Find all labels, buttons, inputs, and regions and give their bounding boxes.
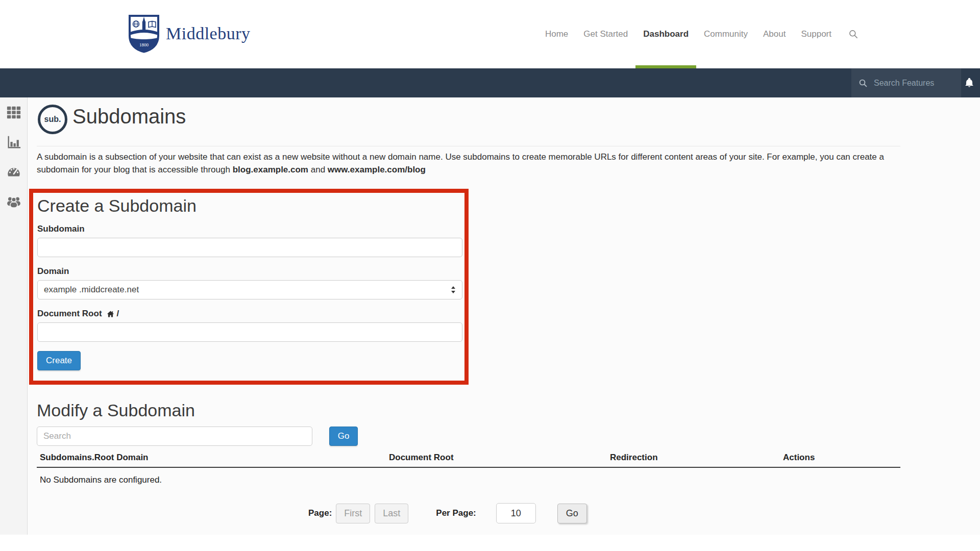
- domain-select[interactable]: example .middcreate.net: [37, 280, 462, 299]
- column-header-redirection: Redirection: [610, 453, 783, 463]
- document-root-input[interactable]: [37, 322, 462, 342]
- users-icon[interactable]: [6, 194, 21, 209]
- header-search-button[interactable]: [839, 0, 864, 68]
- modify-search-input[interactable]: [37, 427, 312, 446]
- description-text: A subdomain is a subsection of your webs…: [37, 152, 884, 174]
- description-example-domain: blog.example.com: [233, 165, 308, 174]
- page-description: A subdomain is a subsection of your webs…: [37, 151, 902, 176]
- nav-item-dashboard[interactable]: Dashboard: [635, 0, 696, 68]
- feature-bar: Search Features: [0, 68, 980, 97]
- nav-item-home[interactable]: Home: [537, 0, 576, 68]
- home-icon: [106, 310, 115, 318]
- domain-label-text: Domain: [37, 266, 69, 277]
- search-icon: [859, 79, 868, 88]
- notifications-bell-icon[interactable]: [964, 77, 975, 88]
- column-header-actions: Actions: [783, 453, 900, 463]
- modify-search-row: Go: [37, 427, 358, 446]
- middlebury-shield-icon: 1800: [128, 14, 160, 53]
- nav-item-community[interactable]: Community: [696, 0, 755, 68]
- badge-text: sub.: [44, 115, 61, 124]
- nav-item-about[interactable]: About: [755, 0, 793, 68]
- per-page-go-button[interactable]: Go: [557, 504, 587, 523]
- subdomains-table-header: Subdomains.Root Domain Document Root Red…: [37, 453, 900, 468]
- sidebar: [0, 97, 28, 535]
- description-example-url: www.example.com/blog: [328, 165, 426, 174]
- page-label: Page:: [308, 508, 332, 518]
- first-page-button[interactable]: First: [336, 504, 370, 523]
- apps-grid-icon[interactable]: [6, 105, 21, 120]
- subdomains-badge-icon: sub.: [38, 105, 67, 134]
- modify-heading: Modify a Subdomain: [37, 400, 195, 420]
- document-root-label: Document Root /: [37, 309, 460, 319]
- site-nav: Home Get Started Dashboard Community Abo…: [537, 0, 864, 68]
- subdomain-input[interactable]: [37, 238, 462, 257]
- domain-label: Domain: [37, 266, 460, 277]
- description-text: and: [308, 165, 328, 174]
- create-button[interactable]: Create: [37, 351, 81, 370]
- title-divider: [37, 146, 900, 146]
- empty-table-message: No Subdomains are configured.: [40, 475, 162, 485]
- subdomain-label: Subdomain: [37, 224, 460, 234]
- create-subdomain-panel: Create a Subdomain Subdomain Domain exam…: [29, 189, 469, 385]
- modify-search-go-button[interactable]: Go: [329, 427, 358, 446]
- page-title: Subdomains: [72, 102, 186, 131]
- logo-wordmark: Middlebury: [166, 24, 251, 43]
- app-shell: sub. Subdomains A subdomain is a subsect…: [0, 97, 980, 535]
- create-heading: Create a Subdomain: [37, 196, 460, 216]
- nav-item-get-started[interactable]: Get Started: [576, 0, 635, 68]
- per-page-label: Per Page:: [436, 508, 476, 518]
- domain-select-value: example .middcreate.net: [44, 285, 139, 295]
- main-content: sub. Subdomains A subdomain is a subsect…: [28, 97, 980, 535]
- feature-search[interactable]: Search Features: [851, 68, 961, 97]
- column-header-root-domain: Subdomains.Root Domain: [40, 453, 389, 463]
- feature-search-placeholder: Search Features: [874, 79, 934, 88]
- site-header: 1800 Middlebury Home Get Started Dashboa…: [0, 0, 980, 68]
- logo-year: 1800: [139, 42, 149, 47]
- per-page-input[interactable]: [496, 503, 536, 523]
- nav-item-support[interactable]: Support: [793, 0, 839, 68]
- subdomain-label-text: Subdomain: [37, 224, 85, 234]
- last-page-button[interactable]: Last: [375, 504, 408, 523]
- document-root-suffix: /: [117, 309, 119, 319]
- search-icon: [848, 29, 859, 39]
- pagination: Page: First Last Per Page: Go: [308, 503, 587, 523]
- column-header-document-root: Document Root: [389, 453, 610, 463]
- gauge-icon[interactable]: [6, 164, 21, 180]
- bar-chart-icon[interactable]: [6, 135, 21, 150]
- select-stepper-icon: [451, 286, 456, 294]
- document-root-label-text: Document Root: [37, 309, 102, 319]
- middlebury-logo[interactable]: 1800 Middlebury: [128, 14, 251, 53]
